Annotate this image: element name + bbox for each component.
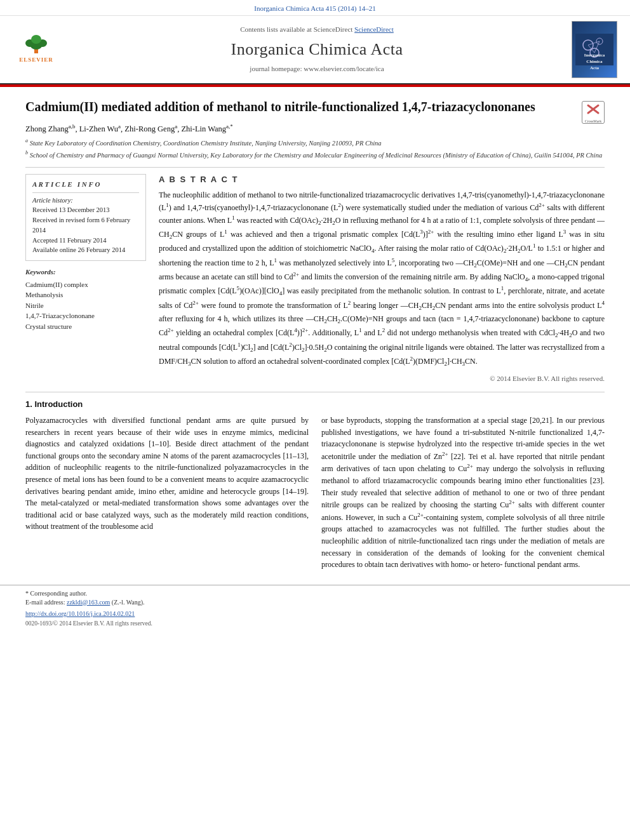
abstract-text: The nucleophilic addition of methanol to… (159, 189, 605, 369)
abstract-title: A B S T R A C T (159, 174, 605, 186)
keyword-triazacyclononane: 1,4,7-Triazacyclononane (25, 310, 146, 321)
journal-title: Inorganica Chimica Acta (231, 37, 403, 62)
authors-line: Zhong Zhanga,b, Li-Zhen Wua, Zhi-Rong Ge… (25, 123, 605, 135)
doi-line: http://dx.doi.org/10.1016/j.ica.2014.02.… (25, 610, 605, 618)
author-zhi-rong-geng: Zhi-Rong Geng (124, 124, 175, 133)
journal-cover-area: InorganicaChimicaActa (569, 21, 620, 78)
email-note: E-mail address: zzkldi@163.com (Z.-l. Wa… (25, 598, 605, 607)
journal-cover-image: InorganicaChimicaActa (572, 21, 617, 78)
article-title: Cadmium(II) mediated addition of methano… (25, 98, 605, 117)
doi-link[interactable]: http://dx.doi.org/10.1016/j.ica.2014.02.… (25, 610, 135, 617)
article-history: Article history: Received 13 December 20… (32, 196, 139, 256)
science-direct-line: Contents lists available at ScienceDirec… (240, 25, 394, 35)
crossmark-label: CrossMark (584, 119, 602, 124)
email-attribution: (Z.-l. Wang). (112, 599, 145, 606)
crossmark-badge[interactable]: CrossMark (582, 101, 605, 124)
article-info-col: A R T I C L E I N F O Article history: R… (25, 174, 146, 385)
footer: * Corresponding author. E-mail address: … (0, 585, 630, 631)
info-divider (32, 192, 139, 193)
accepted-date: Accepted 11 February 2014 (32, 236, 139, 246)
keyword-methanolysis: Methanolysis (25, 290, 146, 300)
affiliations: a State Key Laboratory of Coordination C… (25, 137, 605, 160)
abstract-col: A B S T R A C T The nucleophilic additio… (159, 174, 605, 385)
keyword-crystal: Crystal structure (25, 321, 146, 332)
intro-two-cols: Polyazamacrocycles with diversified func… (25, 415, 605, 571)
journal-homepage: journal homepage: www.elsevier.com/locat… (250, 64, 384, 74)
available-date: Available online 26 February 2014 (32, 245, 139, 255)
science-direct-link[interactable]: ScienceDirect (354, 25, 394, 33)
revised-date: Received in revised form 6 February 2014 (32, 215, 139, 236)
elsevier-brand-label: ELSEVIER (19, 56, 53, 64)
journal-title-area: Contents lists available at ScienceDirec… (72, 21, 561, 78)
intro-col-right: or base byproducts, stopping the transfo… (321, 415, 605, 571)
received-date: Received 13 December 2013 (32, 205, 139, 215)
email-link[interactable]: zzkldi@163.com (67, 599, 110, 606)
page: Inorganica Chimica Acta 415 (2014) 14–21… (0, 0, 630, 840)
cover-journal-title: InorganicaChimicaActa (583, 51, 607, 72)
main-content: 1. Introduction Polyazamacrocycles with … (25, 392, 605, 571)
crossmark-icon (584, 102, 602, 116)
affiliation-b: b School of Chemistry and Pharmacy of Gu… (25, 149, 605, 160)
main-divider (25, 392, 605, 392)
affiliation-a: a State Key Laboratory of Coordination C… (25, 137, 605, 148)
copyright-line: © 2014 Elsevier B.V. All rights reserved… (159, 374, 605, 384)
elsevier-logo-area: ELSEVIER (8, 21, 65, 78)
article-divider (25, 167, 605, 168)
author-sup-a1: a (118, 123, 121, 130)
article-info-abstract-cols: A R T I C L E I N F O Article history: R… (25, 174, 605, 385)
keyword-nitrile: Nitrile (25, 300, 146, 311)
elsevier-tree-icon (20, 34, 52, 55)
article-info-box: A R T I C L E I N F O Article history: R… (25, 174, 146, 261)
article-info-section-title: A R T I C L E I N F O (32, 180, 139, 190)
article-body: CrossMark Cadmium(II) mediated addition … (0, 87, 630, 578)
intro-col-left: Polyazamacrocycles with diversified func… (25, 415, 309, 571)
keywords-title: Keywords: (25, 267, 146, 277)
author-li-zhen-wu: Li-Zhen Wu (79, 124, 118, 133)
author-zhi-lin-wang: Zhi-Lin Wang (181, 124, 226, 133)
author-sup-a2: a (175, 123, 177, 130)
corresponding-author-note: * Corresponding author. (25, 589, 605, 598)
intro-section-title: 1. Introduction (25, 399, 605, 411)
author-zhong-zhang: Zhong Zhang (25, 124, 69, 133)
issn-line: 0020-1693/© 2014 Elsevier B.V. All right… (25, 620, 605, 629)
journal-reference: Inorganica Chimica Acta 415 (2014) 14–21 (254, 4, 375, 12)
keyword-cadmium: Cadmium(II) complex (25, 279, 146, 290)
svg-point-4 (31, 35, 41, 44)
author-sup-ab: a,b (69, 123, 76, 130)
author-sup-a-star: a,* (226, 123, 233, 130)
journal-reference-bar: Inorganica Chimica Acta 415 (2014) 14–21 (0, 0, 630, 16)
journal-header: ELSEVIER Contents lists available at Sci… (0, 16, 630, 84)
keywords-section: Keywords: Cadmium(II) complex Methanolys… (25, 267, 146, 331)
elsevier-logo: ELSEVIER (11, 34, 62, 65)
